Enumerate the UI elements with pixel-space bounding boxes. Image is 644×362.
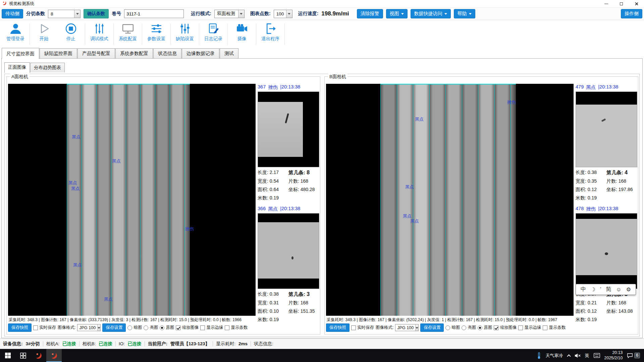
tab-defect-monitor[interactable]: 缺陷监控界面 xyxy=(40,48,77,59)
defect-mark xyxy=(605,252,608,255)
stat-value: 0.38 xyxy=(588,170,597,175)
film-strip xyxy=(511,84,516,316)
bright-image-radio[interactable]: 亮图 xyxy=(144,325,158,330)
checkbox-label: 显示边缘 xyxy=(524,325,541,330)
roll-number-input[interactable] xyxy=(124,9,184,18)
tab-edge-data-record[interactable]: 边缘数据记录 xyxy=(182,48,219,59)
tab-size-monitor[interactable]: 尺寸监控界面 xyxy=(2,48,39,59)
system-config-button[interactable]: 系统配置 xyxy=(114,21,141,48)
start-button[interactable] xyxy=(0,349,15,362)
show-strips-checkbox[interactable]: 显示条数 xyxy=(225,325,248,330)
stop-button[interactable]: 停止 xyxy=(57,21,84,48)
film-strips xyxy=(67,84,190,316)
image-format-select[interactable]: JPG 100 xyxy=(395,324,419,331)
input-language-indicator[interactable]: 英 xyxy=(585,353,589,359)
admin-login-button[interactable]: 管理登录 xyxy=(2,21,29,48)
defect-card-header[interactable]: 366 黑点 |20:13:38 xyxy=(258,205,319,213)
defect-card-header[interactable]: 367 挫伤 |20:13:38 xyxy=(258,84,319,92)
icon-label: 退出程序 xyxy=(261,36,279,42)
app-logo-icon xyxy=(2,1,7,7)
volume-muted-icon[interactable] xyxy=(575,353,581,358)
defect-card-list: 367 挫伤 |20:13:38 长度: 2.17 第几条: 8 宽度: 0.5… xyxy=(258,84,319,323)
ime-settings-button[interactable]: ⚙ xyxy=(626,286,631,293)
defect-card-header[interactable]: 478 挫伤 |20:13:38 xyxy=(576,205,637,213)
stat-area: 面积: 0.64 xyxy=(258,187,288,193)
stat-empty xyxy=(606,317,637,323)
pinned-app-button[interactable] xyxy=(31,349,46,362)
close-icon xyxy=(635,2,638,6)
stat-value: 0.19 xyxy=(270,317,279,322)
start-button[interactable]: 开始 xyxy=(31,21,57,48)
notification-icon xyxy=(627,353,633,358)
capture-button[interactable]: 摄像 xyxy=(228,21,255,48)
realtime-save-checkbox[interactable]: 实时保存 xyxy=(351,325,374,330)
ime-lang-toggle[interactable]: 中 xyxy=(581,286,586,293)
save-snapshot-button[interactable]: 保存快照 xyxy=(8,323,32,332)
realtime-save-checkbox[interactable]: 实时保存 xyxy=(33,325,56,330)
view-menu-button[interactable]: 视图 xyxy=(386,9,408,18)
chevron-down-icon xyxy=(401,13,404,16)
ime-simplified-indicator[interactable]: 简 xyxy=(606,286,611,293)
film-strip xyxy=(170,84,184,316)
exit-program-button[interactable]: 退出程序 xyxy=(257,21,284,48)
save-settings-button[interactable]: 保存设置 xyxy=(420,323,444,332)
show-edge-checkbox[interactable]: 显示边缘 xyxy=(518,325,541,330)
h-sliders-icon xyxy=(150,22,163,35)
stat-value: 0.38 xyxy=(270,291,279,297)
tray-expand-chevron-icon[interactable] xyxy=(567,354,571,358)
zoom-image-checkbox[interactable]: 缩放图像 xyxy=(176,325,199,330)
data-quick-access-menu-button[interactable]: 数据快捷访问 xyxy=(411,9,451,18)
ime-punct-toggle[interactable]: ’ xyxy=(600,287,601,293)
touch-keyboard-icon[interactable] xyxy=(594,353,600,358)
clear-alarm-button[interactable]: 清除报警 xyxy=(357,9,383,18)
weather-status[interactable]: 天气寒冷 xyxy=(546,353,563,359)
dark-image-radio[interactable]: 暗图 xyxy=(445,325,460,330)
original-image-radio[interactable]: 原图 xyxy=(478,325,492,330)
show-edge-checkbox[interactable]: 显示边缘 xyxy=(200,325,223,330)
log-record-button[interactable]: 日志记录 xyxy=(200,21,227,48)
close-button[interactable] xyxy=(629,0,644,7)
save-settings-button[interactable]: 保存设置 xyxy=(102,323,126,332)
camera-b-status-line: 采集耗时: 349.3 | 图像计数: 167 | 像素坐标: (5202,24… xyxy=(327,317,557,323)
monitor-icon xyxy=(122,22,134,35)
film-strip xyxy=(126,84,141,316)
camera-a-conn-value: 已连接 xyxy=(62,341,76,347)
zoom-image-checkbox[interactable]: 缩放图像 xyxy=(494,325,517,330)
subtab-front-image[interactable]: 正面图像 xyxy=(4,62,30,73)
image-format-select[interactable]: JPG 100 xyxy=(77,324,101,331)
tab-system-param-config[interactable]: 系统参数配置 xyxy=(115,48,153,59)
tab-test[interactable]: 测试 xyxy=(220,48,238,59)
run-mode-value: 双面检测 xyxy=(215,11,238,17)
slit-count-select[interactable]: 8 xyxy=(48,10,80,18)
save-snapshot-button[interactable]: 保存快照 xyxy=(326,323,350,332)
chart-points-select[interactable]: 100 xyxy=(274,10,292,18)
bright-image-radio[interactable]: 亮图 xyxy=(462,325,476,330)
debug-mode-button[interactable]: 调试模式 xyxy=(86,21,113,48)
drive-side-button[interactable]: 传动侧 xyxy=(2,9,23,18)
task-view-button[interactable] xyxy=(15,349,31,362)
dark-image-radio[interactable]: 暗图 xyxy=(127,325,142,330)
window-title: 视觉检测系统 xyxy=(9,1,34,7)
param-settings-button[interactable]: 参数设置 xyxy=(143,21,170,48)
action-center-button[interactable]: 6 xyxy=(627,353,640,358)
original-image-radio[interactable]: 原图 xyxy=(160,325,174,330)
tab-status-info[interactable]: 状态信息 xyxy=(153,48,181,59)
defect-settings-button[interactable]: 缺陷设置 xyxy=(171,21,198,48)
checkbox-icon xyxy=(225,325,229,330)
taskbar-clock[interactable]: 20:13 2025/2/10 xyxy=(604,350,623,361)
run-mode-select[interactable]: 双面检测 xyxy=(214,10,245,18)
stat-label: 坐标: xyxy=(606,187,617,192)
defect-card-header[interactable]: 479 黑点 |20:13:38 xyxy=(576,84,637,92)
ime-emoji-button[interactable]: ☺ xyxy=(616,287,621,293)
subtab-distribution-chart[interactable]: 分布趋势图表 xyxy=(30,63,65,72)
stat-empty xyxy=(288,317,319,323)
minimize-button[interactable] xyxy=(599,0,614,7)
confirm-count-button[interactable]: 确认条数 xyxy=(84,9,109,18)
help-menu-button[interactable]: 帮助 xyxy=(454,9,475,18)
ime-fullwidth-toggle[interactable]: ☽ xyxy=(591,286,595,293)
maximize-button[interactable] xyxy=(614,0,629,7)
show-strips-checkbox[interactable]: 显示条数 xyxy=(543,325,566,330)
tab-product-model-config[interactable]: 产品型号配置 xyxy=(77,48,115,59)
running-app-button[interactable] xyxy=(46,349,62,362)
operate-side-button[interactable]: 操作侧 xyxy=(621,9,642,18)
